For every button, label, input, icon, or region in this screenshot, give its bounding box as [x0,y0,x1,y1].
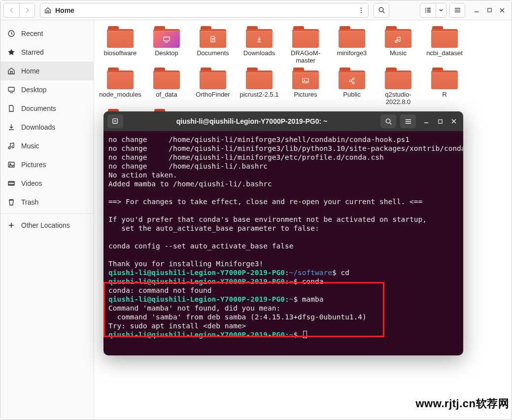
sidebar-item-starred[interactable]: Starred [0,43,94,62]
sidebar-item-label: Starred [21,48,44,56]
folder-label: miniforge3 [337,50,367,57]
sidebar-item-music[interactable]: Music [0,137,94,155]
svg-rect-7 [427,10,431,11]
maximize-button[interactable] [486,7,493,14]
folder-item[interactable]: Music [375,26,421,65]
path-menu-icon[interactable] [358,7,364,14]
sidebar-item-desktop[interactable]: Desktop [0,80,94,99]
folder-icon [292,68,319,89]
folder-item[interactable]: picrust2-2.5.1 [236,68,282,106]
forward-button[interactable] [19,3,35,18]
folder-icon [200,26,226,48]
path-bar[interactable]: Home [40,3,369,18]
sidebar-item-label: Documents [21,105,56,112]
terminal-title: qiushi-li@qiushili-Legion-Y7000P-2019-PG… [127,117,376,125]
sidebar: Recent Starred Home Desktop Documents Do… [0,20,94,420]
terminal-user: qiushi-li@qiushili-Legion-Y7000P-2019-PG… [108,278,285,285]
sidebar-item-label: Music [21,142,39,150]
folder-label: node_modules [99,91,141,99]
folder-item[interactable]: DRAGoM-master [282,26,329,65]
folder-item[interactable]: OrthoFinder [190,68,236,106]
sidebar-item-videos[interactable]: Videos [0,174,94,193]
svg-rect-5 [427,8,431,9]
svg-point-1 [361,9,362,10]
sidebar-item-downloads[interactable]: Downloads [0,118,94,137]
folder-item[interactable]: R [421,68,468,106]
folder-item[interactable]: Pictures [282,68,329,106]
folder-label: Music [390,50,407,57]
svg-point-19 [349,80,351,82]
new-tab-button[interactable] [107,114,123,128]
terminal-minimize-button[interactable] [423,118,430,125]
folder-icon [292,26,319,48]
folder-item[interactable]: Downloads [236,26,282,65]
svg-rect-8 [425,11,426,12]
terminal-cmd: mamba [302,295,324,303]
folder-icon [153,68,180,89]
back-button[interactable] [3,3,19,18]
folder-icon [339,68,365,89]
folder-label: q2studio-2022.8.0 [376,91,420,106]
folder-label: Public [343,91,360,99]
svg-point-2 [361,12,362,13]
view-dropdown-button[interactable] [436,3,446,18]
sidebar-item-trash[interactable]: Trash [0,193,94,211]
terminal-user: qiushi-li@qiushili-Legion-Y7000P-2019-PG… [108,331,285,339]
sidebar-item-home[interactable]: Home [0,62,94,80]
folder-label: DRAGoM-master [283,50,328,65]
breadcrumb-home: Home [55,6,74,14]
folder-label: Documents [197,50,229,57]
folder-icon [246,26,273,48]
folder-icon [339,26,365,48]
sidebar-item-label: Home [21,67,39,75]
terminal-output[interactable]: no change /home/qiushi-li/miniforge3/she… [103,131,463,343]
folder-item[interactable]: miniforge3 [329,26,375,65]
folder-item[interactable]: q2studio-2022.8.0 [375,68,421,106]
terminal-user: qiushi-li@qiushili-Legion-Y7000P-2019-PG… [108,269,285,277]
folder-label: R [442,91,446,99]
folder-label: Pictures [294,91,317,99]
home-icon [44,7,51,14]
folder-label: biosoftware [104,50,137,57]
terminal-cursor [303,331,307,338]
terminal-search-button[interactable] [380,114,396,128]
svg-rect-4 [425,8,426,9]
folder-item[interactable]: node_modules [97,68,143,106]
sidebar-item-label: Desktop [21,86,46,94]
folder-item[interactable]: ncbi_dataset [421,26,468,65]
svg-point-23 [386,119,390,123]
svg-rect-10 [487,8,491,12]
hamburger-button[interactable] [449,3,465,18]
terminal-maximize-button[interactable] [437,118,444,125]
folder-item[interactable]: Public [329,68,375,106]
sidebar-item-label: Recent [21,30,43,37]
folder-item[interactable]: Documents [190,26,236,65]
sidebar-item-pictures[interactable]: Pictures [0,155,94,174]
sidebar-item-recent[interactable]: Recent [0,24,94,43]
folder-label: OrthoFinder [196,91,230,99]
svg-rect-24 [438,119,442,123]
terminal-headerbar: qiushi-li@qiushili-Legion-Y7000P-2019-PG… [103,111,463,131]
terminal-menu-button[interactable] [400,114,416,128]
search-button[interactable] [374,3,389,18]
terminal-text: Command 'mamba' not found, did you mean:… [108,304,367,330]
sidebar-item-other-locations[interactable]: Other Locations [0,213,94,234]
folder-label: picrust2-2.5.1 [240,91,279,99]
svg-rect-12 [8,87,14,91]
terminal-user: qiushi-li@qiushili-Legion-Y7000P-2019-PG… [108,295,285,303]
svg-rect-9 [427,11,431,12]
sidebar-item-documents[interactable]: Documents [0,99,94,118]
folder-item[interactable]: of_data [143,68,190,106]
minimize-button[interactable] [473,7,480,14]
close-button[interactable] [499,7,506,14]
terminal-close-button[interactable] [450,118,457,125]
headerbar: Home [0,0,512,20]
watermark: www.rjtj.cn软荐网 [415,396,509,411]
folder-item[interactable]: biosoftware [97,26,143,65]
folder-label: ncbi_dataset [426,50,463,57]
folder-icon [153,26,180,48]
view-list-button[interactable] [420,3,436,18]
svg-rect-15 [8,181,14,185]
folder-icon [107,26,134,48]
folder-item[interactable]: Desktop [143,26,190,65]
